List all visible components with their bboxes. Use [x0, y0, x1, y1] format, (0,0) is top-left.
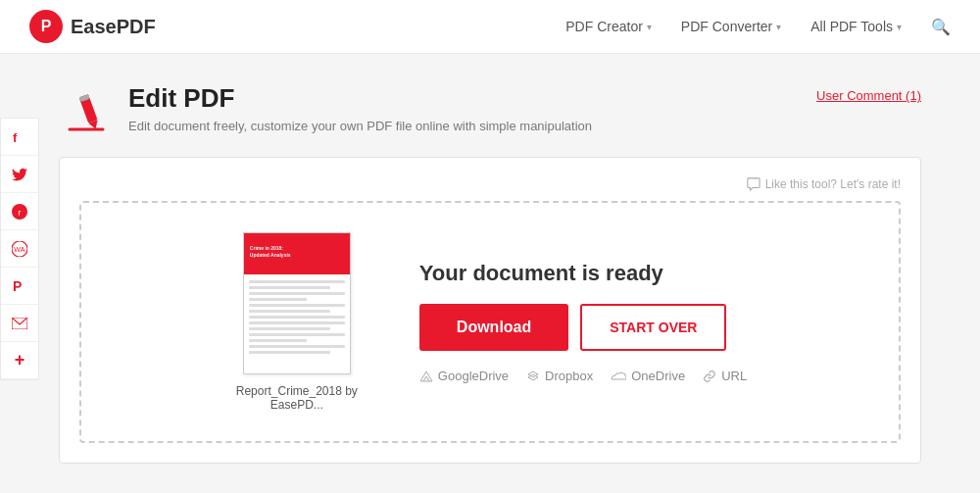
- save-to-url[interactable]: URL: [703, 369, 747, 383]
- social-more[interactable]: +: [1, 342, 38, 379]
- nav-pdf-converter[interactable]: PDF Converter ▾: [681, 19, 781, 34]
- svg-text:WA: WA: [14, 245, 25, 254]
- result-right: Your document is ready Download START OV…: [419, 261, 747, 383]
- nav-pdf-creator[interactable]: PDF Creator ▾: [565, 19, 652, 34]
- page-description: Edit document freely, customize your own…: [128, 119, 592, 133]
- result-buttons: Download START OVER: [419, 304, 727, 351]
- file-preview: Crime in 2018:Updated Analysis: [233, 232, 361, 412]
- user-comment-link[interactable]: User Comment (1): [816, 88, 921, 103]
- pdf-line: [249, 286, 330, 289]
- svg-text:f: f: [13, 130, 18, 144]
- social-facebook[interactable]: f: [1, 119, 38, 156]
- rate-bar: Like this tool? Let's rate it!: [79, 177, 901, 191]
- pdf-line: [249, 298, 307, 301]
- social-reddit[interactable]: r: [1, 193, 38, 230]
- nav-all-pdf-tools[interactable]: All PDF Tools ▾: [810, 19, 902, 34]
- edit-icon: [62, 84, 111, 133]
- social-whatsapp[interactable]: WA: [1, 230, 38, 268]
- page-title: Edit PDF: [128, 83, 592, 114]
- page-header: Edit PDF Edit document freely, customize…: [59, 83, 921, 137]
- svg-text:P: P: [41, 18, 52, 34]
- social-sidebar: f r WA P +: [0, 118, 39, 380]
- logo[interactable]: P EasePDF: [29, 10, 156, 43]
- social-twitter[interactable]: [1, 156, 38, 193]
- dropbox-icon: [526, 370, 540, 383]
- start-over-button[interactable]: START OVER: [580, 304, 726, 351]
- chevron-down-icon: ▾: [647, 22, 652, 32]
- pdf-thumbnail-body: [244, 274, 350, 363]
- chevron-down-icon: ▾: [776, 22, 781, 32]
- svg-text:r: r: [19, 208, 22, 218]
- onedrive-icon: [611, 371, 626, 381]
- social-email[interactable]: [1, 305, 38, 342]
- pdf-line: [249, 339, 307, 342]
- pdf-line: [249, 304, 345, 307]
- pdf-line: [249, 333, 345, 336]
- pdf-line: [249, 316, 345, 319]
- search-icon[interactable]: 🔍: [931, 18, 951, 36]
- logo-icon: P: [29, 10, 63, 43]
- pdf-line: [249, 327, 330, 330]
- download-button[interactable]: Download: [419, 304, 568, 351]
- main-content: Edit PDF Edit document freely, customize…: [0, 54, 980, 493]
- pdf-line: [249, 351, 330, 354]
- rate-text[interactable]: Like this tool? Let's rate it!: [765, 177, 901, 191]
- url-icon: [703, 370, 716, 383]
- main-nav: PDF Creator ▾ PDF Converter ▾ All PDF To…: [565, 18, 951, 36]
- pdf-thumbnail-header: Crime in 2018:Updated Analysis: [244, 233, 350, 274]
- pdf-line: [249, 310, 330, 313]
- googledrive-icon: [419, 370, 433, 383]
- pdf-line: [249, 345, 345, 348]
- edit-icon-container: [59, 83, 113, 137]
- save-to-dropbox[interactable]: Dropbox: [526, 369, 593, 383]
- pdf-thumbnail: Crime in 2018:Updated Analysis: [243, 232, 351, 374]
- chevron-down-icon: ▾: [897, 22, 902, 32]
- save-to-options: GoogleDrive Dropbox OneDrive: [419, 369, 747, 383]
- pdf-line: [249, 321, 345, 324]
- page-header-left: Edit PDF Edit document freely, customize…: [59, 83, 592, 137]
- page-title-block: Edit PDF Edit document freely, customize…: [128, 83, 592, 133]
- header: P EasePDF PDF Creator ▾ PDF Converter ▾ …: [0, 0, 980, 54]
- result-area: Crime in 2018:Updated Analysis: [79, 201, 901, 443]
- pdf-thumbnail-text: Crime in 2018:Updated Analysis: [250, 245, 291, 258]
- tool-area: Like this tool? Let's rate it! Crime in …: [59, 157, 921, 464]
- chat-icon: [747, 177, 760, 191]
- social-pinterest[interactable]: P: [1, 268, 38, 305]
- save-to-googledrive[interactable]: GoogleDrive: [419, 369, 509, 383]
- result-title: Your document is ready: [419, 261, 663, 286]
- logo-text: EasePDF: [71, 16, 156, 38]
- file-name: Report_Crime_2018 by EasePD...: [233, 384, 361, 412]
- pdf-line: [249, 292, 345, 295]
- save-to-onedrive[interactable]: OneDrive: [611, 369, 685, 383]
- pdf-line: [249, 280, 345, 283]
- svg-text:P: P: [13, 278, 22, 294]
